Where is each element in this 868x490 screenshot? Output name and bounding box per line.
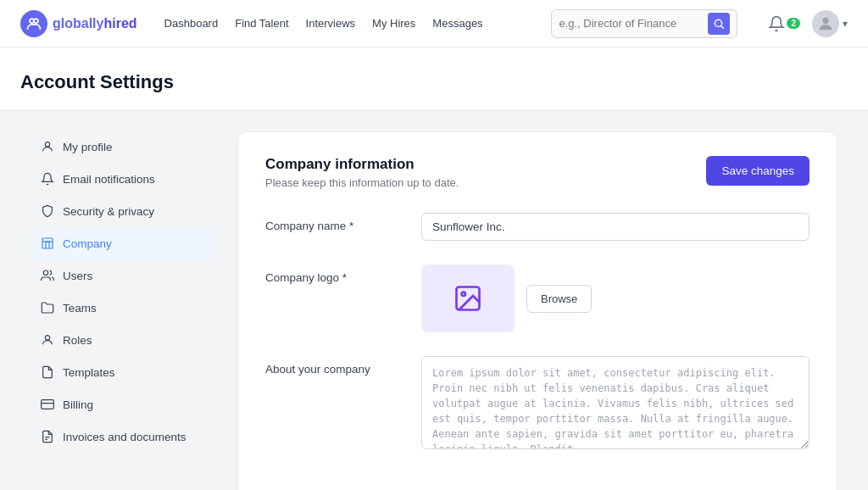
nav-interviews[interactable]: Interviews [306, 17, 356, 30]
sidebar-item-security-privacy[interactable]: Security & privacy [31, 196, 217, 226]
company-name-input[interactable] [421, 213, 810, 241]
navbar: globallyhired Dashboard Find Talent Inte… [0, 0, 868, 47]
svg-point-2 [715, 19, 722, 26]
company-logo-label: Company logo * [265, 264, 401, 284]
building-icon [41, 237, 54, 250]
company-name-row: Company name * [265, 213, 810, 241]
about-company-textarea[interactable]: Lorem ipsum dolor sit amet, consectetur … [421, 356, 810, 449]
logo[interactable]: globallyhired [20, 10, 137, 37]
sidebar-item-email-notifications[interactable]: Email notifications [31, 164, 217, 194]
about-company-row: About your company Lorem ipsum dolor sit… [265, 356, 810, 452]
image-placeholder-icon [453, 283, 483, 314]
roles-icon [41, 333, 54, 347]
company-logo-control: Browse [421, 264, 810, 332]
card-header-text: Company information Please keep this inf… [265, 156, 459, 189]
sidebar-item-company[interactable]: Company [31, 228, 217, 259]
browse-button[interactable]: Browse [526, 285, 592, 313]
folder-icon [41, 301, 54, 315]
logo-upload-area: Browse [421, 264, 810, 332]
svg-rect-6 [42, 238, 53, 248]
card-subtitle: Please keep this information up to date. [265, 176, 459, 189]
avatar-chevron: ▾ [843, 18, 848, 30]
sidebar-item-teams[interactable]: Teams [31, 292, 217, 323]
nav-links: Dashboard Find Talent Interviews My Hire… [164, 17, 483, 30]
sidebar-item-my-profile[interactable]: My profile [31, 131, 217, 162]
bell-icon [41, 172, 54, 186]
sidebar-item-users[interactable]: Users [31, 260, 217, 291]
nav-messages[interactable]: Messages [432, 17, 482, 30]
notification-badge: 2 [787, 18, 800, 29]
shield-icon [41, 204, 54, 218]
company-name-control [421, 213, 810, 241]
nav-right: 2 ▾ [768, 10, 848, 37]
search-button[interactable] [708, 13, 730, 35]
company-logo-row: Company logo * Browse [265, 264, 810, 332]
svg-point-4 [822, 17, 828, 23]
svg-line-3 [721, 25, 724, 28]
credit-card-icon [41, 398, 54, 411]
sidebar-item-invoices[interactable]: Invoices and documents [31, 421, 217, 452]
company-form-card: Company information Please keep this inf… [237, 131, 837, 490]
logo-text: globallyhired [53, 16, 137, 31]
sidebar: My profile Email notifications Security … [31, 131, 217, 490]
nav-find-talent[interactable]: Find Talent [235, 17, 288, 30]
about-company-label: About your company [265, 356, 401, 376]
nav-my-hires[interactable]: My Hires [372, 17, 415, 30]
svg-point-8 [45, 336, 49, 340]
svg-point-7 [43, 270, 47, 275]
company-name-label: Company name * [265, 213, 401, 232]
user-icon [41, 140, 54, 153]
page-header: Account Settings [0, 47, 868, 111]
sidebar-item-templates[interactable]: Templates [31, 357, 217, 387]
logo-icon [20, 10, 47, 37]
nav-dashboard[interactable]: Dashboard [164, 17, 219, 30]
notifications-button[interactable]: 2 [768, 15, 800, 32]
content-area: My profile Email notifications Security … [10, 111, 858, 490]
sidebar-item-billing[interactable]: Billing [31, 389, 217, 420]
svg-point-5 [45, 142, 49, 147]
document-icon [41, 430, 54, 443]
svg-point-1 [34, 19, 38, 23]
page-title: Account Settings [20, 71, 848, 93]
users-icon [41, 269, 54, 282]
about-company-control: Lorem ipsum dolor sit amet, consectetur … [421, 356, 810, 452]
logo-placeholder [421, 264, 515, 332]
avatar [812, 10, 839, 37]
save-changes-button[interactable]: Save changes [706, 156, 810, 186]
avatar-area[interactable]: ▾ [812, 10, 848, 37]
svg-point-14 [462, 292, 466, 297]
search-input[interactable] [559, 17, 703, 30]
sidebar-item-roles[interactable]: Roles [31, 325, 217, 355]
card-header: Company information Please keep this inf… [265, 156, 810, 189]
card-title: Company information [265, 156, 459, 173]
svg-rect-9 [42, 400, 54, 409]
file-icon [41, 365, 54, 379]
search-area [551, 9, 737, 38]
